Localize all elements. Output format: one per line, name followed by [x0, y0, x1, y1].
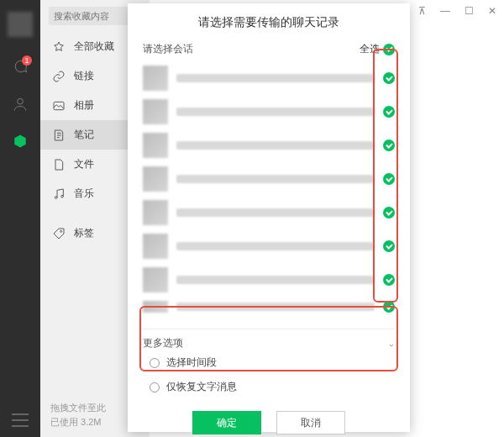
- chat-avatar: [143, 200, 168, 225]
- chat-name-blur: [176, 108, 375, 116]
- check-icon: [383, 106, 395, 118]
- conversation-header: 请选择会话 全选: [143, 42, 395, 56]
- chat-row[interactable]: [143, 61, 395, 95]
- chat-name-blur: [176, 208, 375, 217]
- file-icon: [52, 158, 66, 171]
- chat-name-blur: [176, 276, 375, 284]
- music-icon: [52, 187, 66, 201]
- check-icon: [383, 173, 395, 185]
- svg-point-3: [61, 195, 64, 197]
- chat-avatar: [143, 166, 168, 192]
- chat-avatar: [143, 234, 168, 259]
- chat-row[interactable]: [143, 229, 395, 263]
- radio-icon: [150, 358, 160, 368]
- option-time-range[interactable]: 选择时间段: [143, 350, 395, 375]
- confirm-button[interactable]: 确定: [192, 411, 261, 434]
- sidebar-item-label: 链接: [74, 69, 94, 83]
- sidebar-item-label: 笔记: [74, 128, 94, 142]
- window-controls: ⊼ — ☐ ✕: [417, 5, 497, 17]
- note-icon: [52, 129, 66, 142]
- chat-row[interactable]: [143, 196, 395, 229]
- chat-avatar: [143, 66, 168, 91]
- maximize-icon[interactable]: ☐: [464, 5, 474, 17]
- chat-row[interactable]: [143, 162, 395, 196]
- chat-row[interactable]: [143, 95, 395, 129]
- chat-list: [143, 61, 395, 317]
- user-avatar[interactable]: [8, 12, 33, 37]
- chevron-up-icon: ⌃: [388, 339, 395, 348]
- check-icon: [383, 240, 395, 252]
- sidebar-item-label: 标签: [74, 226, 94, 240]
- chat-name-blur: [176, 242, 375, 250]
- sidebar-item-label: 文件: [74, 157, 94, 171]
- radio-icon: [150, 382, 160, 392]
- sidebar-item-label: 全部收藏: [74, 39, 114, 54]
- footer-hint: 拖拽文件至此: [50, 401, 139, 415]
- chat-row[interactable]: [143, 297, 395, 317]
- option-text-only[interactable]: 仅恢复文字消息: [143, 375, 395, 399]
- chat-name-blur: [176, 141, 375, 150]
- cancel-button[interactable]: 取消: [276, 411, 345, 434]
- check-icon: [383, 207, 395, 218]
- sidebar-item-label: 音乐: [74, 187, 94, 201]
- chat-icon[interactable]: 1: [12, 59, 29, 76]
- svg-point-0: [18, 98, 24, 104]
- dialog-title: 请选择需要传输的聊天记录: [143, 15, 395, 30]
- select-all-label: 全选: [360, 42, 380, 56]
- chat-avatar: [143, 267, 168, 292]
- photo-icon: [52, 99, 66, 113]
- option-label: 选择时间段: [166, 355, 217, 370]
- app-rail: 1: [0, 0, 40, 437]
- chat-row[interactable]: [143, 129, 395, 162]
- chat-avatar: [143, 133, 168, 158]
- close-icon[interactable]: ✕: [487, 5, 497, 17]
- more-options-label: 更多选项: [143, 336, 183, 350]
- favorites-icon[interactable]: [12, 133, 29, 150]
- check-icon: [383, 140, 395, 151]
- tag-icon: [52, 227, 66, 240]
- link-icon: [52, 70, 66, 83]
- svg-point-2: [55, 196, 57, 198]
- star-icon: [52, 40, 66, 54]
- more-options-section: 更多选项 ⌃ 选择时间段 仅恢复文字消息: [143, 329, 395, 399]
- chat-name-blur: [176, 175, 375, 183]
- more-options-toggle[interactable]: 更多选项 ⌃: [143, 336, 395, 350]
- sidebar-item-label: 相册: [74, 98, 94, 113]
- hamburger-menu-icon[interactable]: [12, 413, 29, 427]
- select-all-toggle[interactable]: 全选: [360, 42, 395, 56]
- check-icon: [383, 44, 395, 55]
- check-icon: [383, 274, 395, 286]
- footer-usage: 已使用 3.2M: [50, 415, 139, 429]
- chat-name-blur: [176, 303, 375, 311]
- svg-point-4: [60, 230, 62, 232]
- contacts-icon[interactable]: [12, 96, 29, 113]
- unread-badge: 1: [22, 55, 32, 66]
- dialog-buttons: 确定 取消: [143, 399, 395, 434]
- pin-icon[interactable]: ⊼: [417, 5, 427, 17]
- check-icon: [383, 72, 395, 84]
- chat-avatar: [143, 301, 168, 313]
- chat-row[interactable]: [143, 263, 395, 297]
- chat-avatar: [143, 99, 168, 124]
- transfer-dialog: 请选择需要传输的聊天记录 请选择会话 全选 更多选项 ⌃ 选择时间段 仅恢复文字…: [128, 3, 410, 432]
- chat-name-blur: [176, 74, 375, 82]
- check-icon: [383, 301, 395, 313]
- minimize-icon[interactable]: —: [440, 5, 450, 17]
- option-label: 仅恢复文字消息: [166, 380, 237, 394]
- select-conversation-label: 请选择会话: [143, 42, 193, 56]
